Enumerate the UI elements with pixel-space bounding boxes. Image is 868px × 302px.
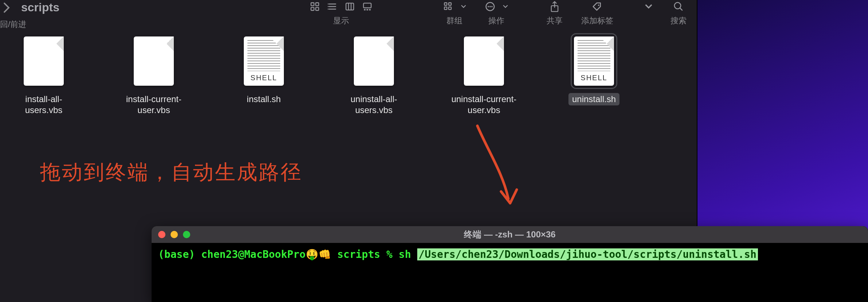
svg-rect-15 xyxy=(449,7,451,9)
toolbar-caption-action: 操作 xyxy=(488,15,504,26)
file-icon xyxy=(354,36,394,86)
file-item[interactable]: install-current-user.vbs xyxy=(114,36,194,116)
view-icons-button[interactable] xyxy=(310,1,320,12)
toolbar-overflow xyxy=(645,0,652,25)
file-label: uninstall.sh xyxy=(568,93,619,105)
svg-rect-13 xyxy=(445,7,447,9)
file-item[interactable]: install-all-users.vbs xyxy=(4,36,84,116)
svg-rect-11 xyxy=(369,9,371,11)
action-button[interactable] xyxy=(485,1,496,12)
file-grid: install-all-users.vbsinstall-current-use… xyxy=(0,36,696,116)
toolbar-group-action: 操作 xyxy=(485,0,508,26)
svg-rect-12 xyxy=(445,3,447,5)
svg-point-18 xyxy=(489,6,491,7)
toolbar-group-search: 搜索 xyxy=(670,0,687,26)
file-item[interactable]: SHELLinstall.sh xyxy=(224,36,304,116)
toolbar-group-groupby: 群组 xyxy=(443,0,466,26)
nav-forward-button[interactable] xyxy=(0,1,13,14)
svg-point-21 xyxy=(598,4,599,6)
terminal-prompt-symbol: % xyxy=(386,248,392,260)
terminal-body[interactable]: (base) chen23@MacBookPro🤑👊 scripts % sh … xyxy=(152,243,868,266)
svg-rect-14 xyxy=(449,3,451,5)
file-item[interactable]: uninstall-all-users.vbs xyxy=(334,36,414,116)
svg-rect-3 xyxy=(316,7,318,10)
toolbar-caption-search: 搜索 xyxy=(670,15,687,26)
svg-point-5 xyxy=(328,6,328,7)
toolbar-caption-tags: 添加标签 xyxy=(581,15,613,26)
tags-button[interactable] xyxy=(591,1,603,12)
svg-rect-7 xyxy=(346,3,354,10)
file-item[interactable]: SHELLuninstall.sh xyxy=(554,36,634,116)
svg-point-17 xyxy=(488,6,489,7)
toolbar-group-share: 共享 xyxy=(547,0,563,26)
groupby-chevron-icon[interactable] xyxy=(461,4,466,9)
file-badge: SHELL xyxy=(244,74,284,82)
svg-point-4 xyxy=(328,4,328,4)
terminal-prompt-emoji: 🤑👊 xyxy=(306,248,331,260)
view-list-button[interactable] xyxy=(327,1,337,12)
file-icon xyxy=(24,36,64,86)
toolbar-group-tags: 添加标签 xyxy=(581,0,613,26)
file-badge: SHELL xyxy=(574,74,614,82)
file-label: install-all-users.vbs xyxy=(4,93,84,116)
share-button[interactable] xyxy=(550,1,560,12)
terminal-prompt-prefix: (base) chen23@MacBookPro xyxy=(158,248,306,260)
toolbar-caption-view: 显示 xyxy=(333,15,349,26)
terminal-prompt-dir: scripts xyxy=(337,248,380,260)
view-columns-button[interactable] xyxy=(345,1,355,12)
file-label: install.sh xyxy=(243,93,284,105)
shell-script-icon: SHELL xyxy=(244,36,284,86)
action-chevron-icon[interactable] xyxy=(503,4,508,9)
terminal-title: 终端 — -zsh — 100×36 xyxy=(152,229,868,240)
view-gallery-button[interactable] xyxy=(362,1,372,12)
svg-rect-8 xyxy=(364,3,371,8)
file-icon xyxy=(134,36,174,86)
overflow-chevron-button[interactable] xyxy=(645,4,652,9)
folder-title: scripts xyxy=(21,1,59,14)
groupby-button[interactable] xyxy=(443,1,454,12)
file-item[interactable]: uninstall-current-user.vbs xyxy=(444,36,524,116)
file-label: uninstall-all-users.vbs xyxy=(334,93,414,116)
toolbar-group-view: 显示 xyxy=(310,0,372,26)
terminal-titlebar[interactable]: 终端 — -zsh — 100×36 xyxy=(152,226,868,243)
shell-script-icon: SHELL xyxy=(574,36,614,86)
file-label: install-current-user.vbs xyxy=(114,93,194,116)
file-label: uninstall-current-user.vbs xyxy=(444,93,524,116)
annotation-text: 拖动到终端，自动生成路径 xyxy=(40,159,302,186)
nav-caption: 回/前进 xyxy=(0,19,26,30)
terminal-highlighted-path: /Users/chen23/Downloads/jihuo-tool/scrip… xyxy=(417,248,758,260)
terminal-command: sh xyxy=(399,248,411,260)
svg-rect-2 xyxy=(311,7,314,10)
annotation-arrow-icon xyxy=(466,122,525,217)
svg-rect-10 xyxy=(367,9,368,11)
svg-rect-9 xyxy=(364,9,366,11)
file-icon xyxy=(464,36,504,86)
toolbar-caption-share: 共享 xyxy=(547,15,563,26)
finder-toolbar: scripts 回/前进 显示 xyxy=(0,0,868,25)
svg-rect-0 xyxy=(311,3,314,6)
svg-rect-1 xyxy=(316,3,318,6)
svg-point-19 xyxy=(491,6,493,7)
terminal-window[interactable]: 终端 — -zsh — 100×36 (base) chen23@MacBook… xyxy=(152,226,868,302)
toolbar-caption-group: 群组 xyxy=(446,15,462,26)
svg-point-6 xyxy=(328,9,328,9)
search-button[interactable] xyxy=(673,1,684,12)
chevron-right-icon xyxy=(3,2,11,13)
